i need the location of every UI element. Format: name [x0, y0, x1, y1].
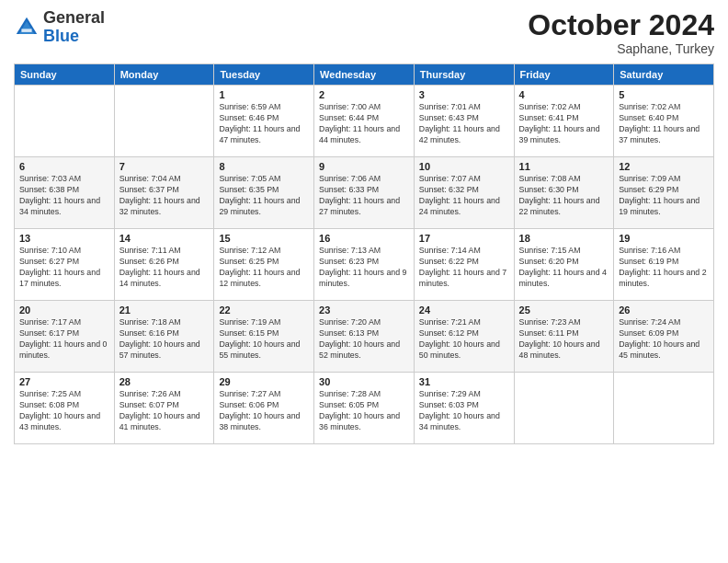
col-saturday: Saturday	[614, 64, 714, 86]
subtitle: Saphane, Turkey	[528, 41, 714, 56]
day-info: Sunrise: 7:05 AMSunset: 6:35 PMDaylight:…	[219, 174, 309, 218]
table-row: 13 Sunrise: 7:10 AMSunset: 6:27 PMDaylig…	[15, 229, 115, 301]
day-info: Sunrise: 7:10 AMSunset: 6:27 PMDaylight:…	[19, 246, 109, 290]
day-number: 10	[419, 161, 509, 172]
table-row: 3 Sunrise: 7:01 AMSunset: 6:43 PMDayligh…	[414, 86, 514, 157]
table-row: 11 Sunrise: 7:08 AMSunset: 6:30 PMDaylig…	[514, 157, 614, 229]
day-number: 23	[319, 304, 409, 316]
table-row: 8 Sunrise: 7:05 AMSunset: 6:35 PMDayligh…	[214, 157, 314, 229]
day-info: Sunrise: 7:11 AMSunset: 6:26 PMDaylight:…	[119, 246, 210, 290]
day-info: Sunrise: 7:29 AMSunset: 6:03 PMDaylight:…	[419, 389, 509, 433]
col-thursday: Thursday	[414, 64, 514, 86]
table-row	[15, 86, 115, 157]
day-info: Sunrise: 7:20 AMSunset: 6:13 PMDaylight:…	[319, 317, 409, 362]
day-number: 16	[319, 233, 409, 244]
week-row-5: 27 Sunrise: 7:25 AMSunset: 6:08 PMDaylig…	[15, 373, 714, 444]
day-number: 31	[419, 376, 509, 387]
col-tuesday: Tuesday	[214, 64, 314, 86]
table-row: 16 Sunrise: 7:13 AMSunset: 6:23 PMDaylig…	[314, 229, 415, 301]
day-info: Sunrise: 7:06 AMSunset: 6:33 PMDaylight:…	[319, 174, 409, 218]
day-number: 1	[219, 89, 309, 100]
day-number: 14	[119, 233, 210, 244]
calendar: Sunday Monday Tuesday Wednesday Thursday…	[14, 63, 714, 444]
day-info: Sunrise: 7:27 AMSunset: 6:06 PMDaylight:…	[219, 389, 309, 433]
table-row: 9 Sunrise: 7:06 AMSunset: 6:33 PMDayligh…	[314, 157, 415, 229]
day-number: 8	[219, 161, 309, 172]
table-row: 27 Sunrise: 7:25 AMSunset: 6:08 PMDaylig…	[15, 373, 115, 444]
day-number: 6	[19, 161, 109, 172]
day-info: Sunrise: 7:25 AMSunset: 6:08 PMDaylight:…	[19, 389, 109, 433]
table-row	[114, 86, 214, 157]
day-info: Sunrise: 7:01 AMSunset: 6:43 PMDaylight:…	[419, 102, 509, 146]
title-area: October 2024 Saphane, Turkey	[528, 9, 714, 56]
table-row: 23 Sunrise: 7:20 AMSunset: 6:13 PMDaylig…	[314, 301, 415, 373]
day-info: Sunrise: 7:17 AMSunset: 6:17 PMDaylight:…	[19, 317, 109, 362]
day-info: Sunrise: 7:04 AMSunset: 6:37 PMDaylight:…	[119, 174, 210, 218]
table-row: 29 Sunrise: 7:27 AMSunset: 6:06 PMDaylig…	[214, 373, 314, 444]
day-number: 30	[319, 376, 409, 387]
day-info: Sunrise: 7:26 AMSunset: 6:07 PMDaylight:…	[119, 389, 210, 433]
day-number: 5	[619, 89, 709, 100]
table-row: 2 Sunrise: 7:00 AMSunset: 6:44 PMDayligh…	[314, 86, 415, 157]
table-row: 14 Sunrise: 7:11 AMSunset: 6:26 PMDaylig…	[114, 229, 214, 301]
day-number: 4	[519, 89, 609, 100]
table-row: 24 Sunrise: 7:21 AMSunset: 6:12 PMDaylig…	[414, 301, 514, 373]
table-row: 18 Sunrise: 7:15 AMSunset: 6:20 PMDaylig…	[514, 229, 614, 301]
day-number: 7	[119, 161, 210, 172]
table-row: 6 Sunrise: 7:03 AMSunset: 6:38 PMDayligh…	[15, 157, 115, 229]
day-info: Sunrise: 7:24 AMSunset: 6:09 PMDaylight:…	[619, 317, 709, 362]
col-sunday: Sunday	[15, 64, 115, 86]
logo-general: General	[43, 8, 105, 27]
month-title: October 2024	[528, 9, 714, 41]
header: General Blue October 2024 Saphane, Turke…	[14, 9, 714, 56]
table-row: 1 Sunrise: 6:59 AMSunset: 6:46 PMDayligh…	[214, 86, 314, 157]
day-info: Sunrise: 7:08 AMSunset: 6:30 PMDaylight:…	[519, 174, 609, 218]
day-info: Sunrise: 7:28 AMSunset: 6:05 PMDaylight:…	[319, 389, 409, 433]
table-row: 7 Sunrise: 7:04 AMSunset: 6:37 PMDayligh…	[114, 157, 214, 229]
table-row: 26 Sunrise: 7:24 AMSunset: 6:09 PMDaylig…	[614, 301, 714, 373]
day-number: 26	[619, 304, 709, 316]
day-info: Sunrise: 7:03 AMSunset: 6:38 PMDaylight:…	[19, 174, 109, 218]
day-info: Sunrise: 7:02 AMSunset: 6:40 PMDaylight:…	[619, 102, 709, 146]
table-row: 12 Sunrise: 7:09 AMSunset: 6:29 PMDaylig…	[614, 157, 714, 229]
day-number: 22	[219, 304, 309, 316]
day-info: Sunrise: 7:12 AMSunset: 6:25 PMDaylight:…	[219, 246, 309, 290]
col-friday: Friday	[514, 64, 614, 86]
day-number: 17	[419, 233, 509, 244]
day-info: Sunrise: 7:19 AMSunset: 6:15 PMDaylight:…	[219, 317, 309, 362]
calendar-header-row: Sunday Monday Tuesday Wednesday Thursday…	[15, 64, 714, 86]
page: General Blue October 2024 Saphane, Turke…	[0, 0, 728, 563]
day-info: Sunrise: 7:02 AMSunset: 6:41 PMDaylight:…	[519, 102, 609, 146]
day-number: 3	[419, 89, 509, 100]
logo-text: General Blue	[43, 9, 105, 46]
day-info: Sunrise: 7:23 AMSunset: 6:11 PMDaylight:…	[519, 317, 609, 362]
table-row: 31 Sunrise: 7:29 AMSunset: 6:03 PMDaylig…	[414, 373, 514, 444]
day-info: Sunrise: 7:16 AMSunset: 6:19 PMDaylight:…	[619, 246, 709, 290]
col-wednesday: Wednesday	[314, 64, 415, 86]
day-number: 13	[19, 233, 109, 244]
day-number: 21	[119, 304, 210, 316]
table-row	[614, 373, 714, 444]
logo-blue: Blue	[43, 27, 79, 45]
table-row: 25 Sunrise: 7:23 AMSunset: 6:11 PMDaylig…	[514, 301, 614, 373]
day-number: 25	[519, 304, 609, 316]
table-row: 10 Sunrise: 7:07 AMSunset: 6:32 PMDaylig…	[414, 157, 514, 229]
day-number: 24	[419, 304, 509, 316]
logo-icon	[14, 15, 40, 40]
logo: General Blue	[14, 9, 105, 46]
table-row: 4 Sunrise: 7:02 AMSunset: 6:41 PMDayligh…	[514, 86, 614, 157]
day-number: 28	[119, 376, 210, 387]
day-number: 20	[19, 304, 109, 316]
day-info: Sunrise: 7:14 AMSunset: 6:22 PMDaylight:…	[419, 246, 509, 290]
table-row: 15 Sunrise: 7:12 AMSunset: 6:25 PMDaylig…	[214, 229, 314, 301]
day-info: Sunrise: 7:07 AMSunset: 6:32 PMDaylight:…	[419, 174, 509, 218]
day-info: Sunrise: 7:13 AMSunset: 6:23 PMDaylight:…	[319, 246, 409, 290]
day-number: 18	[519, 233, 609, 244]
table-row	[514, 373, 614, 444]
day-number: 29	[219, 376, 309, 387]
day-info: Sunrise: 7:21 AMSunset: 6:12 PMDaylight:…	[419, 317, 509, 362]
day-number: 27	[19, 376, 109, 387]
week-row-4: 20 Sunrise: 7:17 AMSunset: 6:17 PMDaylig…	[15, 301, 714, 373]
day-number: 9	[319, 161, 409, 172]
day-number: 15	[219, 233, 309, 244]
